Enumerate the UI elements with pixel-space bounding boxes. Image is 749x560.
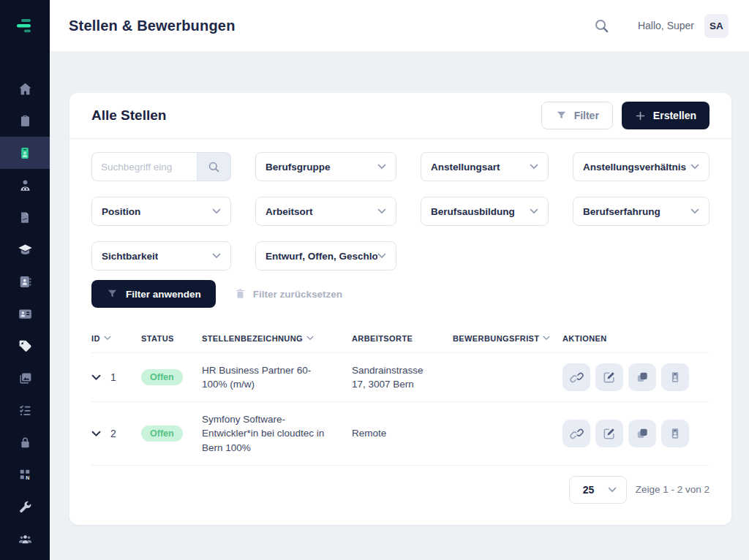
dropdown-anstellungsart[interactable]: Anstellungsart [421,152,549,181]
chevron-down-icon [530,164,538,170]
column-header-arbeitsorte: ARBEITSORTE [352,334,453,343]
chevron-down-icon [530,208,538,214]
chevron-down-icon [212,253,221,259]
dropdown-berufsausbildung[interactable]: Berufsausbildung [421,197,549,226]
plus-icon [635,110,646,121]
graduation-cap-icon [17,242,34,257]
funnel-icon [106,288,118,300]
lock-icon [18,435,32,450]
job-title: Symfony Software-Entwickler*in bei cloud… [202,412,352,454]
column-header-stellenbezeichnung[interactable]: STELLENBEZEICHNUNG [202,334,352,343]
home-icon [18,81,33,97]
row-id: 1 [110,371,116,383]
search-submit-button[interactable] [197,152,231,181]
card-title: Alle Stellen [91,107,166,124]
filter-grid: Berufsgruppe Anstellungsart Anstellungsv… [69,139,731,270]
pagination: 25 Zeige 1 - 2 von 2 [69,466,731,504]
logo-icon [15,18,35,34]
badge-icon [668,426,682,441]
link-button[interactable] [562,363,590,391]
search-icon [207,160,221,174]
dropdown-position[interactable]: Position [91,197,231,226]
column-header-bewerbungsfrist[interactable]: BEWERBUNGSFRIST [453,334,562,343]
status-badge: Offen [141,425,183,442]
table-row: 2 Offen Symfony Software-Entwickler*in b… [91,402,710,465]
sidebar-item-education[interactable] [0,233,50,265]
candidates-button[interactable] [661,363,689,391]
link-icon [569,370,584,385]
filter-toggle-button[interactable]: Filter [541,102,613,129]
sidebar-item-jobs-active[interactable] [0,137,50,169]
sidebar-item-clipboard[interactable] [0,105,50,137]
dropdown-arbeitsort[interactable]: Arbeitsort [255,197,396,226]
sidebar-item-home[interactable] [0,72,50,105]
job-title: HR Business Partner 60-100% (m/w) [202,363,352,391]
jobs-card: Alle Stellen Filter Erstellen Berufsgrup… [69,93,731,525]
sidebar-item-tools[interactable] [0,491,50,523]
header-right: Hallo, Super SA [593,14,729,38]
sidebar-item-tasks[interactable] [0,394,50,426]
document-icon [18,210,31,225]
sort-chevron-icon [104,336,111,341]
edit-button[interactable] [595,420,623,447]
funnel-icon [555,110,568,121]
dropdown-status-selection[interactable]: Entwurf, Offen, Geschlo [255,241,396,270]
row-expander-icon[interactable] [91,374,101,381]
page-title: Stellen & Bewerbungen [69,18,236,34]
pagination-info: Zeige 1 - 2 von 2 [636,484,710,495]
trash-icon [234,287,246,300]
dropdown-berufsgruppe[interactable]: Berufsgruppe [255,152,396,181]
chevron-down-icon [608,487,617,493]
row-expander-icon[interactable] [91,431,101,437]
avatar[interactable]: SA [704,14,729,38]
copy-icon [635,370,650,385]
reset-filter-button[interactable]: Filter zurücksetzen [234,287,342,300]
link-button[interactable] [562,420,590,447]
dropdown-sichtbarkeit[interactable]: Sichtbarkeit [91,241,231,270]
link-icon [569,426,584,442]
apply-filter-button[interactable]: Filter anwenden [91,280,216,308]
wrench-icon [18,499,33,515]
app-logo[interactable] [0,0,50,51]
sidebar-item-users[interactable] [0,523,50,555]
chevron-down-icon [212,208,221,214]
search-group [91,152,231,181]
users-icon [17,531,34,547]
sidebar-item-documents[interactable] [0,201,50,233]
sidebar-item-media[interactable] [0,362,50,394]
copy-icon [635,426,650,441]
sidebar-item-tags[interactable] [0,330,50,362]
row-actions [562,363,710,391]
candidates-button[interactable] [661,420,689,447]
greeting-text: Hallo, Super [638,20,694,31]
edit-icon [602,426,617,441]
column-header-id[interactable]: ID [91,334,141,343]
sort-chevron-icon [306,336,314,341]
person-stethoscope-icon [18,178,33,193]
sidebar-item-candidates[interactable] [0,169,50,201]
page-size-select[interactable]: 25 [569,476,627,504]
search-icon[interactable] [593,18,610,34]
status-cell: Offen [141,369,202,385]
duplicate-button[interactable] [628,420,656,447]
sidebar-item-security[interactable] [0,426,50,458]
id-badge-icon [18,145,32,161]
sidebar-item-contact-card[interactable] [0,298,50,330]
sidebar-item-address-book[interactable] [0,265,50,298]
row-actions [562,420,710,447]
table-header-row: ID STATUS STELLENBEZEICHNUNG ARBEITSORTE… [91,324,710,353]
dropdown-anstellungsverhaeltnis[interactable]: Anstellungsverhältnis [573,152,710,181]
id-cell: 1 [91,371,141,383]
image-icon [18,371,33,386]
create-button[interactable]: Erstellen [622,102,710,129]
search-input[interactable] [91,152,197,181]
dropdown-berufserfahrung[interactable]: Berufserfahrung [573,197,710,226]
badge-icon [668,370,682,385]
duplicate-button[interactable] [628,363,656,391]
edit-button[interactable] [595,363,623,391]
job-location: Sandrainstrasse 17, 3007 Bern [352,363,453,391]
row-id: 2 [110,428,116,439]
address-book-icon [18,274,32,290]
sidebar-item-qr[interactable]: N [0,458,50,491]
id-cell: 2 [91,428,141,439]
